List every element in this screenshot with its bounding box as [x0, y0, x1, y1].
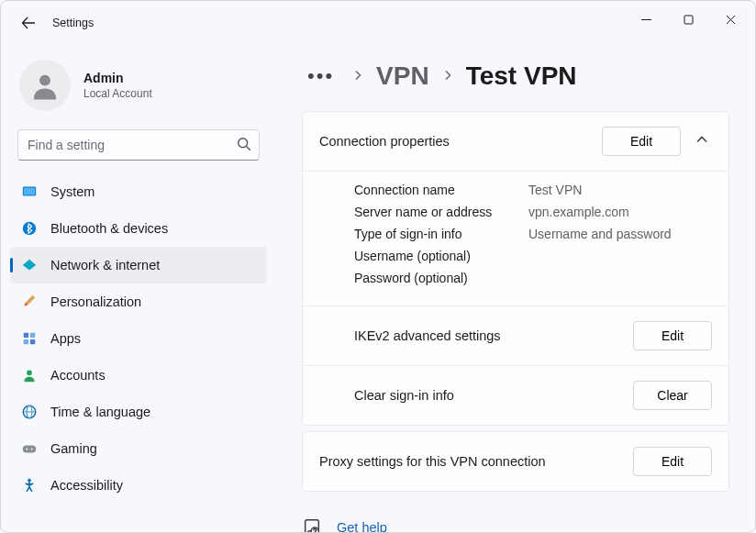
- accounts-icon: [21, 367, 38, 383]
- clock-globe-icon: [21, 404, 38, 420]
- content: ••• VPN Test VPN Connection properties E…: [276, 45, 755, 532]
- clear-signin-row: Clear sign-in info Clear: [303, 365, 728, 425]
- svg-point-10: [27, 370, 32, 375]
- sidebar-item-gaming[interactable]: Gaming: [10, 430, 267, 467]
- sidebar-item-label: Time & language: [50, 405, 150, 419]
- sidebar-item-apps[interactable]: Apps: [10, 320, 267, 357]
- chevron-up-icon[interactable]: [695, 133, 712, 150]
- search: [17, 129, 260, 161]
- help-chat-icon: [302, 517, 322, 532]
- edit-connection-button[interactable]: Edit: [602, 127, 681, 156]
- sidebar-item-label: System: [50, 184, 94, 199]
- row-title: Proxy settings for this VPN connection: [319, 454, 546, 469]
- svg-rect-7: [30, 333, 35, 338]
- sidebar-item-accounts[interactable]: Accounts: [10, 357, 267, 394]
- close-icon: [726, 15, 736, 25]
- close-button[interactable]: [709, 5, 751, 34]
- sidebar-item-system[interactable]: System: [10, 173, 267, 210]
- app-title: Settings: [52, 17, 94, 29]
- prop-value: [528, 249, 712, 263]
- sidebar-item-network[interactable]: Network & internet: [10, 247, 267, 283]
- ikev2-row: IKEv2 advanced settings Edit: [303, 305, 728, 365]
- apps-icon: [21, 330, 38, 347]
- breadcrumb: ••• VPN Test VPN: [302, 49, 729, 111]
- back-arrow-icon: [21, 16, 36, 30]
- breadcrumb-overflow[interactable]: •••: [302, 62, 339, 90]
- avatar: [19, 60, 71, 111]
- proxy-card: Proxy settings for this VPN connection E…: [302, 431, 729, 492]
- connection-properties-card: Connection properties Edit Connection na…: [302, 111, 729, 426]
- edit-ikev2-button[interactable]: Edit: [633, 321, 712, 350]
- prop-label: Type of sign-in info: [354, 227, 528, 241]
- minimize-icon: [641, 15, 651, 25]
- sidebar: Admin Local Account System Bluetooth & d…: [1, 45, 276, 532]
- prop-label: Connection name: [354, 183, 528, 197]
- display-icon: [21, 183, 38, 200]
- prop-value: vpn.example.com: [528, 205, 712, 219]
- sidebar-item-time-language[interactable]: Time & language: [10, 394, 267, 430]
- prop-label: Username (optional): [354, 249, 528, 263]
- user-profile[interactable]: Admin Local Account: [8, 52, 269, 129]
- svg-point-14: [26, 448, 28, 450]
- prop-label: Server name or address: [354, 205, 528, 219]
- user-name: Admin: [83, 71, 152, 85]
- search-icon: [236, 136, 252, 152]
- sidebar-item-label: Gaming: [50, 441, 97, 456]
- prop-value: Test VPN: [528, 183, 712, 197]
- get-help-row: Get help: [302, 497, 729, 532]
- svg-rect-13: [23, 445, 36, 452]
- sidebar-item-personalization[interactable]: Personalization: [10, 283, 267, 320]
- svg-rect-9: [30, 339, 35, 344]
- wifi-icon: [21, 257, 38, 273]
- row-title: IKEv2 advanced settings: [354, 328, 501, 343]
- gamepad-icon: [21, 440, 38, 457]
- person-icon: [29, 70, 61, 101]
- svg-rect-0: [684, 16, 693, 24]
- sidebar-item-label: Apps: [50, 331, 81, 346]
- connection-properties-header[interactable]: Connection properties Edit: [303, 112, 728, 171]
- svg-rect-8: [24, 339, 28, 344]
- sidebar-item-label: Personalization: [50, 294, 141, 309]
- svg-rect-6: [24, 333, 28, 338]
- svg-point-15: [31, 448, 33, 450]
- accessibility-icon: [21, 477, 38, 494]
- svg-point-2: [239, 139, 248, 148]
- chevron-right-icon: [352, 69, 363, 83]
- sidebar-item-accessibility[interactable]: Accessibility: [10, 467, 267, 504]
- minimize-button[interactable]: [625, 5, 667, 34]
- svg-point-1: [39, 75, 50, 86]
- sidebar-item-label: Accounts: [50, 368, 106, 383]
- nav-list: System Bluetooth & devices Network & int…: [8, 173, 269, 504]
- breadcrumb-link-vpn[interactable]: VPN: [376, 61, 429, 91]
- sidebar-item-bluetooth[interactable]: Bluetooth & devices: [10, 210, 267, 247]
- back-button[interactable]: [12, 6, 45, 39]
- titlebar: Settings: [1, 1, 755, 45]
- sidebar-item-label: Bluetooth & devices: [50, 221, 168, 236]
- prop-value: [528, 271, 712, 285]
- window-controls: [625, 12, 751, 34]
- clear-signin-button[interactable]: Clear: [633, 381, 712, 410]
- user-subtitle: Local Account: [83, 87, 152, 100]
- connection-properties-body: Connection name Test VPN Server name or …: [303, 171, 728, 305]
- get-help-link[interactable]: Get help: [337, 520, 387, 532]
- search-input[interactable]: [17, 129, 260, 161]
- svg-rect-4: [24, 188, 36, 195]
- section-title: Connection properties: [319, 134, 450, 149]
- page-title: Test VPN: [466, 61, 577, 91]
- maximize-icon: [684, 15, 694, 25]
- bluetooth-icon: [21, 220, 38, 237]
- row-title: Clear sign-in info: [354, 388, 454, 403]
- chevron-right-icon: [442, 69, 453, 83]
- sidebar-item-label: Network & internet: [50, 258, 160, 272]
- sidebar-item-label: Accessibility: [50, 478, 123, 493]
- maximize-button[interactable]: [667, 5, 709, 34]
- prop-value: Username and password: [528, 227, 712, 241]
- paintbrush-icon: [21, 294, 38, 310]
- proxy-row[interactable]: Proxy settings for this VPN connection E…: [303, 432, 728, 491]
- edit-proxy-button[interactable]: Edit: [633, 447, 712, 476]
- prop-label: Password (optional): [354, 271, 528, 285]
